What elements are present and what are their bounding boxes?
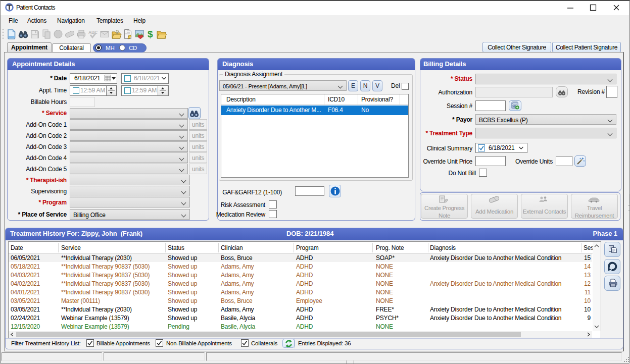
svg-text:MH: MH <box>106 45 115 51</box>
svg-text:$: $ <box>148 29 153 39</box>
svg-text:ABC: ABC <box>88 30 98 35</box>
svg-text:CD: CD <box>129 45 137 51</box>
